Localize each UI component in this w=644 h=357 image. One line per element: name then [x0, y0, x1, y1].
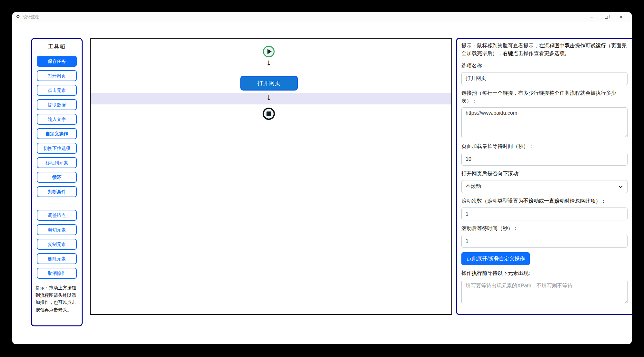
chevron-down-icon	[619, 184, 623, 188]
monkey-logo-icon	[15, 15, 20, 20]
toolbox-title: 工具箱	[32, 43, 82, 50]
properties-panel: 提示：鼠标移到笑脸可查看提示，在流程图中双击操作可试运行（页面完全加载完毕后），…	[456, 38, 632, 315]
restore-button[interactable]	[599, 12, 614, 22]
toolbox-button-cancel-action[interactable]: 取消操作	[37, 268, 77, 279]
start-node[interactable]	[263, 46, 275, 57]
toolbox-button-extract-data[interactable]: 提取数据	[37, 99, 77, 110]
option-name-label: 选项名称：	[461, 62, 628, 70]
end-node[interactable]	[263, 108, 275, 120]
toolbox-button-input-text[interactable]: 输入文字	[37, 114, 77, 125]
toolbox-button-condition[interactable]: 判断条件	[37, 186, 77, 197]
stop-icon	[267, 111, 271, 116]
scroll-type-label: 打开网页后是否向下滚动:	[461, 170, 628, 178]
panel-hint-text: 提示：鼠标移到笑脸可查看提示，在流程图中双击操作可试运行（页面完全加载完毕后），…	[461, 42, 628, 58]
toolbox-hint-text: 提示：拖动上方按钮到流程图箭头处以添加操作，也可以点击按钮再点击箭头。	[35, 284, 78, 314]
scroll-wait-input[interactable]	[461, 235, 628, 248]
play-icon	[267, 49, 272, 54]
minimize-icon	[590, 17, 593, 17]
flow-node-open-webpage[interactable]: 打开网页	[240, 76, 298, 91]
properties-panel-content: 提示：鼠标移到笑脸可查看提示，在流程图中双击操作可试运行（页面完全加载完毕后），…	[457, 39, 632, 314]
scroll-wait-label: 滚动后等待时间（秒）：	[461, 225, 628, 232]
toolbox-panel: 工具箱 保存任务 打开网页 点击元素 提取数据 输入文字 自定义操作 切换下拉选…	[31, 38, 83, 326]
wait-xpath-textarea[interactable]	[461, 280, 628, 304]
toolbox-button-move-to-element[interactable]: 移动到元素	[37, 157, 77, 168]
link-pool-label: 链接池（每行一个链接，有多少行链接整个任务流程就会被执行多少次）：	[461, 89, 628, 105]
close-icon: ×	[619, 15, 623, 20]
selected-row-highlight: ↓	[91, 93, 451, 104]
toolbox-button-save-task[interactable]: 保存任务	[37, 56, 77, 67]
toolbox-button-click-element[interactable]: 点击元素	[37, 85, 77, 96]
scroll-times-input[interactable]	[461, 207, 628, 220]
flow-canvas[interactable]: ↓ 打开网页 ↓	[90, 38, 452, 315]
design-flow-window: 设计流程 × 工具箱 保存任务 打开网页 点击元素 提取数据 输入文字 自定义操…	[12, 12, 632, 344]
restore-icon	[605, 16, 608, 19]
scroll-type-selected-value: 不滚动	[466, 183, 481, 190]
title-bar: 设计流程 ×	[12, 12, 632, 22]
toolbox-button-open-webpage[interactable]: 打开网页	[37, 70, 77, 81]
toolbox-button-delete-element[interactable]: 删除元素	[37, 253, 77, 264]
max-wait-input[interactable]	[461, 153, 628, 166]
flow-arrow-icon[interactable]: ↓	[262, 59, 275, 67]
link-pool-textarea[interactable]: https://www.baidu.com	[461, 107, 628, 138]
window-controls: ×	[584, 12, 629, 22]
scroll-times-label: 滚动次数（滚动类型设置为不滚动或一直滚动时请忽略此项）：	[461, 197, 628, 205]
max-wait-label: 页面加载最长等待时间（秒）：	[461, 142, 628, 150]
option-name-input[interactable]	[461, 72, 628, 85]
toolbox-button-cut-element[interactable]: 剪切元素	[37, 224, 77, 235]
minimize-button[interactable]	[584, 12, 599, 22]
toolbox-button-adjust-anchor[interactable]: 调整锚点	[37, 210, 77, 221]
scroll-type-select[interactable]: 不滚动	[461, 180, 628, 193]
toolbox-button-copy-element[interactable]: 复制元素	[37, 239, 77, 250]
close-button[interactable]: ×	[614, 12, 629, 22]
app-logo-icon	[15, 14, 20, 20]
wait-before-label: 操作执行前等待以下元素出现:	[461, 269, 628, 277]
toolbox-divider: ----------	[32, 201, 82, 206]
toolbox-button-loop[interactable]: 循环	[37, 172, 77, 183]
toolbox-button-switch-dropdown[interactable]: 切换下拉选项	[37, 143, 77, 154]
flow-arrow-icon[interactable]: ↓	[262, 94, 275, 102]
toolbox-button-custom-action[interactable]: 自定义操作	[37, 128, 77, 139]
custom-actions-toggle-button[interactable]: 点此展开/折叠自定义操作	[461, 252, 530, 265]
window-title: 设计流程	[23, 14, 39, 20]
